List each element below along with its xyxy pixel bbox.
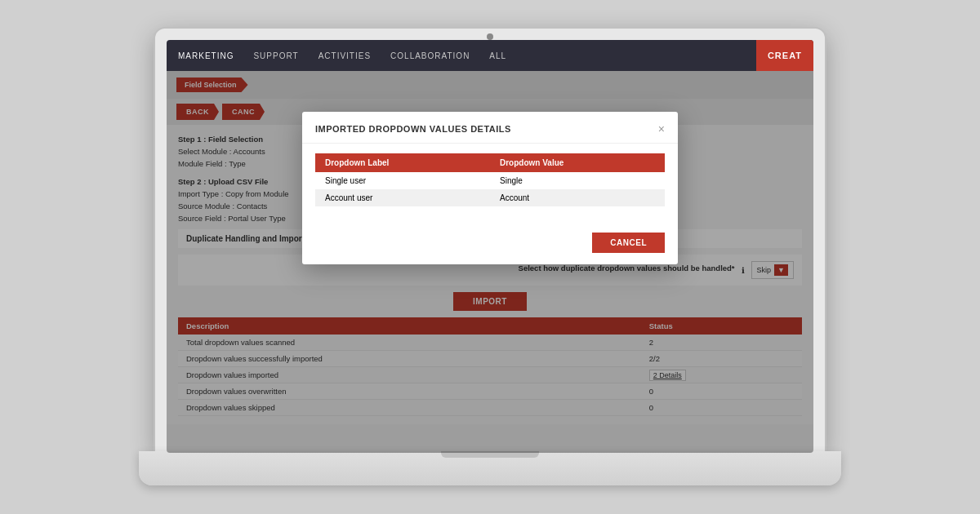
modal-close-icon[interactable]: × (658, 123, 665, 135)
nav-item-activities[interactable]: ACTIVITIES (315, 40, 374, 71)
nav-item-support[interactable]: SUPPORT (250, 40, 301, 71)
modal-header: IMPORTED DROPDOWN VALUES DETAILS × (302, 112, 678, 144)
webcam (487, 33, 493, 40)
laptop-base (139, 451, 841, 485)
modal-dialog: IMPORTED DROPDOWN VALUES DETAILS × Dropd… (302, 112, 678, 264)
modal-col-label: Dropdown Label (315, 153, 490, 172)
modal-body: Dropdown Label Dropdown Value Single use… (302, 144, 678, 233)
nav-item-all[interactable]: ALL (486, 40, 510, 71)
nav-bar: MARKETING SUPPORT ACTIVITIES COLLABORATI… (175, 40, 510, 71)
modal-table-header: Dropdown Label Dropdown Value (315, 153, 665, 172)
modal-dropdown-value: Single (490, 172, 665, 189)
modal-title: IMPORTED DROPDOWN VALUES DETAILS (315, 124, 511, 134)
modal-overlay: IMPORTED DROPDOWN VALUES DETAILS × Dropd… (167, 71, 813, 453)
modal-footer: CANCEL (302, 233, 678, 264)
modal-dropdown-label: Account user (315, 189, 490, 206)
modal-table-body: Single userSingleAccount userAccount (315, 172, 665, 206)
modal-dropdown-value: Account (490, 189, 665, 206)
nav-item-marketing[interactable]: MARKETING (175, 40, 237, 71)
app-body: Field Selection BACK CANC Step 1 : Field… (167, 71, 813, 453)
modal-table: Dropdown Label Dropdown Value Single use… (315, 153, 665, 206)
nav-item-collaboration[interactable]: COLLABORATION (387, 40, 473, 71)
modal-table-row: Single userSingle (315, 172, 665, 189)
create-button[interactable]: CREAT (756, 40, 813, 71)
modal-cancel-button[interactable]: CANCEL (592, 233, 665, 253)
app-header: MARKETING SUPPORT ACTIVITIES COLLABORATI… (167, 40, 813, 71)
modal-table-row: Account userAccount (315, 189, 665, 206)
app-screen: MARKETING SUPPORT ACTIVITIES COLLABORATI… (167, 40, 813, 453)
modal-dropdown-label: Single user (315, 172, 490, 189)
modal-col-value: Dropdown Value (490, 153, 665, 172)
